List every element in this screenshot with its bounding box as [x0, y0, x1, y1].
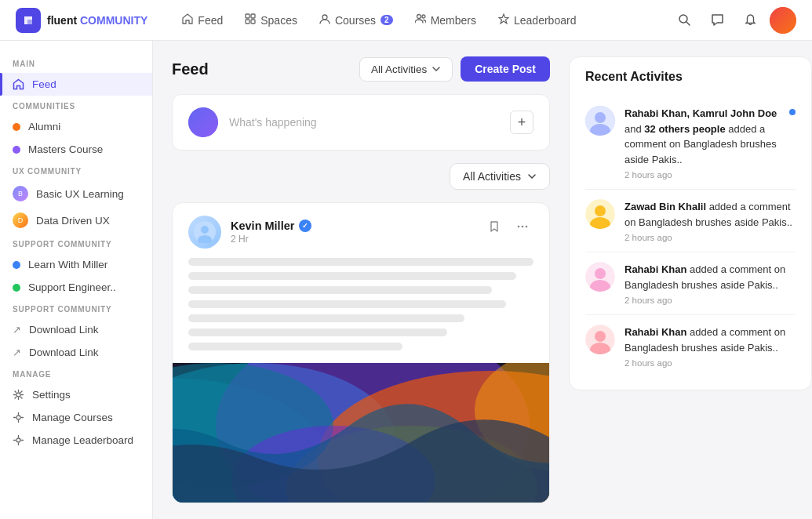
avatar-svg-2 [585, 199, 615, 229]
nav-members[interactable]: Members [406, 9, 486, 31]
sidebar-item-masters[interactable]: Masters Course [0, 138, 152, 161]
svg-point-4 [322, 15, 327, 20]
nav-spaces-label: Spaces [260, 14, 297, 27]
manage-courses-icon [13, 412, 24, 423]
masters-label: Masters Course [28, 143, 103, 155]
feed-header-actions: All Activities Create Post [359, 56, 550, 82]
basic-ux-label: Basic UX Learning [36, 188, 124, 200]
sidebar-item-download-2[interactable]: ↗ Download Link [0, 341, 152, 364]
sidebar-item-basic-ux[interactable]: B Basic UX Learning [0, 180, 152, 207]
nav-feed-label: Feed [198, 14, 223, 27]
sidebar-item-download-1[interactable]: ↗ Download Link [0, 318, 152, 341]
sidebar-item-manage-courses[interactable]: Manage Courses [0, 406, 152, 429]
avatar-rahabi-1 [585, 106, 615, 136]
alumni-label: Alumni [28, 121, 60, 132]
activity-item-2: Zawad Bin Khalil added a comment on Bang… [585, 190, 796, 252]
author-name-text: Kevin Miller [231, 220, 294, 232]
add-content-button[interactable]: + [510, 111, 533, 134]
post-image [173, 363, 549, 503]
right-panel: Recent Activites Rahabi Khan, Kamrul Joh… [569, 41, 812, 519]
home-icon [182, 13, 193, 27]
feed-header: Feed All Activities Create Post [172, 56, 550, 82]
post-time: 2 Hr [231, 234, 311, 245]
activity-text-2: Zawad Bin Khalil added a comment on Bang… [624, 199, 796, 242]
chevron-down-filter-icon [527, 172, 537, 181]
bookmark-icon [488, 220, 501, 233]
sidebar-item-manage-leaderboard[interactable]: Manage Leaderboard [0, 429, 152, 452]
sidebar-item-learn-miller[interactable]: Learn With Miller [0, 253, 152, 276]
svg-rect-0 [246, 14, 249, 18]
sidebar-item-alumni[interactable]: Alumni [0, 115, 152, 138]
activity-item-3: Rahabi Khan added a comment on Banglades… [585, 252, 796, 315]
dot-alumni [13, 123, 20, 131]
more-options-button[interactable] [512, 216, 533, 238]
whats-happening-placeholder[interactable]: What's happening [229, 116, 499, 129]
top-navigation: fluent COMMUNITY Feed Spaces Courses 2 [0, 0, 812, 41]
author-avatar [188, 216, 221, 249]
courses-badge: 2 [381, 15, 393, 25]
download-1-label: Download Link [29, 324, 99, 336]
learn-miller-label: Learn With Miller [28, 259, 107, 270]
avatar-svg-4 [585, 325, 615, 354]
content-line-7 [188, 343, 402, 350]
sidebar-section-ux: UX COMMUNITY B Basic UX Learning D Data … [0, 161, 152, 234]
activities-dropdown[interactable]: All Activities [359, 57, 453, 82]
section-label-support1: SUPPORT COMMUNITY [0, 234, 152, 253]
avatar-svg-3 [585, 262, 615, 292]
activity-text-1: Rahabi Khan, Kamrul John Doe and 32 othe… [624, 106, 796, 180]
chat-button[interactable] [704, 7, 730, 34]
bookmark-button[interactable] [483, 216, 505, 238]
download-2-label: Download Link [29, 347, 99, 358]
section-label-ux: UX COMMUNITY [0, 161, 152, 180]
dot-learn [13, 261, 20, 269]
avatar-rahabi-2 [585, 262, 615, 292]
current-user-avatar [188, 107, 218, 137]
notifications-button[interactable] [737, 7, 763, 34]
post-author: Kevin Miller ✓ 2 Hr [188, 216, 311, 249]
avatar-basic-ux: B [13, 186, 28, 201]
activity-desc-4: Rahabi Khan added a comment on Banglades… [624, 325, 796, 355]
nav-courses[interactable]: Courses 2 [310, 9, 402, 31]
create-post-button[interactable]: Create Post [461, 56, 550, 82]
arrow-icon-2: ↗ [13, 347, 21, 358]
section-label-support2: SUPPORT COMMUNITY [0, 299, 152, 318]
svg-rect-2 [246, 20, 249, 24]
sidebar-item-feed[interactable]: Feed [0, 73, 152, 96]
activity-desc-2: Zawad Bin Khalil added a comment on Bang… [624, 199, 796, 230]
svg-rect-3 [251, 20, 255, 24]
feed-content: Feed All Activities Create Post What's h… [153, 41, 569, 519]
ellipsis-icon [516, 220, 529, 233]
all-activities-filter[interactable]: All Activities [450, 163, 550, 190]
svg-point-9 [16, 416, 20, 419]
svg-point-14 [518, 226, 520, 228]
nav-leaderboard[interactable]: Leaderboard [489, 9, 585, 31]
activities-filter-bar: All Activities [172, 163, 550, 190]
content-line-5 [188, 314, 464, 322]
sidebar-item-support-eng[interactable]: Support Engineer.. [0, 276, 152, 299]
svg-point-12 [201, 226, 209, 234]
main-layout: MAIN Feed COMMUNITIES Alumni Masters Cou… [0, 41, 812, 519]
logo[interactable]: fluent COMMUNITY [16, 8, 147, 33]
post-content-lines [173, 258, 549, 363]
nav-leaderboard-label: Leaderboard [514, 14, 576, 27]
activity-item-4: Rahabi Khan added a comment on Banglades… [585, 315, 796, 377]
sidebar-item-data-driven[interactable]: D Data Driven UX [0, 207, 152, 234]
nav-spaces[interactable]: Spaces [235, 9, 307, 31]
avatar-rahabi-3 [585, 325, 615, 354]
nav-feed[interactable]: Feed [173, 9, 232, 31]
search-button[interactable] [671, 7, 697, 34]
members-icon [415, 13, 426, 27]
sidebar-section-main: MAIN Feed [0, 53, 152, 96]
activity-new-dot-1 [789, 109, 796, 115]
content-line-4 [188, 300, 506, 308]
sidebar-item-settings[interactable]: Settings [0, 383, 152, 406]
manage-leaderboard-label: Manage Leaderboard [32, 434, 133, 446]
logo-icon [16, 8, 41, 33]
filter-label: All Activities [463, 170, 521, 183]
search-icon [678, 13, 691, 27]
svg-point-5 [417, 15, 421, 19]
content-line-2 [188, 272, 516, 280]
chat-icon [711, 13, 724, 27]
user-avatar-nav[interactable] [770, 7, 796, 34]
content-line-3 [188, 286, 492, 294]
